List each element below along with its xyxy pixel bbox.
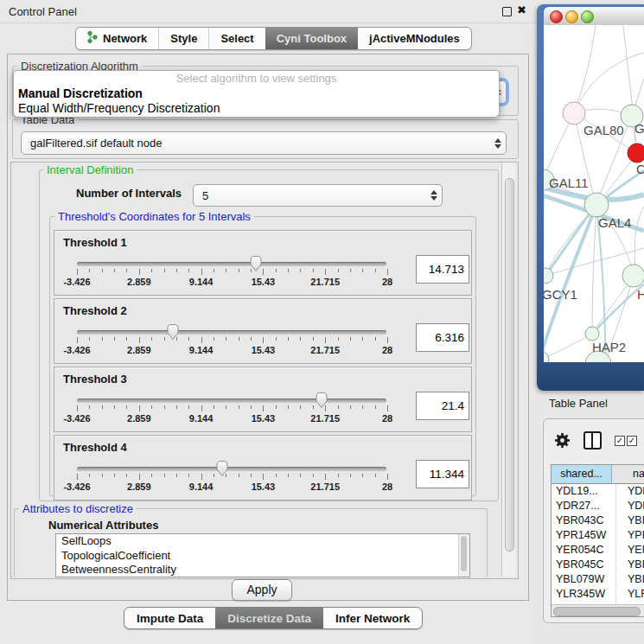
threshold-value-field[interactable]: 6.316 (416, 323, 469, 352)
control-panel: Control Panel ✖ NetworkStyleSelectCyni T… (0, 0, 536, 644)
gear-icon[interactable] (554, 432, 571, 452)
num-intervals-label: Number of Intervals (76, 187, 182, 200)
tick-mark (239, 269, 239, 272)
tick-mark (362, 337, 363, 341)
slider-track[interactable] (77, 467, 386, 471)
threshold-value-field[interactable]: 21.4 (416, 392, 469, 420)
dropdown-option-manual[interactable]: Manual Discretization (14, 86, 499, 101)
tick-mark (263, 269, 264, 275)
axis-tick-label: 9.144 (189, 277, 214, 287)
tab-network[interactable]: Network (76, 28, 158, 49)
slider-ticks (77, 269, 387, 277)
tick-mark (276, 474, 277, 477)
tick-mark (387, 337, 388, 343)
threshold-panel-2: Threshold 2-3.4262.8599.14415.4321.71528… (54, 298, 472, 364)
axis-tick-label: 28 (382, 413, 392, 424)
tab-style[interactable]: Style (158, 28, 208, 49)
node-label-gcy1: GCY1 (544, 287, 577, 302)
tab-select[interactable]: Select (208, 28, 265, 49)
float-window-icon[interactable] (502, 7, 512, 16)
close-traffic-light-icon[interactable] (550, 10, 563, 23)
network-window[interactable]: GAL80 GA C GAL11 GAL4 GCY1 HA HAP2 (537, 4, 644, 391)
numerical-attributes-list[interactable]: SelfLoopsTopologicalCoefficientBetweenne… (55, 533, 470, 577)
tab-cyni-toolbox[interactable]: Cyni Toolbox (265, 28, 358, 49)
tab-infer-network[interactable]: Infer Network (323, 608, 422, 628)
table-row[interactable]: YBL079WYBL0... (552, 572, 644, 587)
checkbox-icon[interactable]: ✓ (627, 436, 637, 446)
column-header-shared-name[interactable]: shared... (552, 465, 612, 483)
tick-mark (300, 474, 301, 477)
apply-button[interactable]: Apply (232, 579, 292, 601)
node-table: shared... na... YDL19...YDL1...YDR27...Y… (551, 464, 644, 617)
tick-mark (288, 474, 289, 477)
tick-mark (114, 474, 115, 477)
axis-tick-label: -3.426 (63, 345, 90, 355)
table-row[interactable]: YDR27...YDR2... (552, 499, 644, 513)
scrollbar-thumb[interactable] (553, 607, 641, 616)
tick-mark (338, 405, 339, 409)
interval-definition-title: Interval Definition (43, 163, 137, 176)
tick-mark (313, 405, 314, 409)
tab-label: Network (103, 32, 147, 45)
slider-track[interactable] (77, 330, 386, 335)
network-canvas[interactable]: GAL80 GA C GAL11 GAL4 GCY1 HA HAP2 (544, 25, 644, 362)
threshold-value-field[interactable]: 11.344 (416, 460, 469, 488)
num-intervals-combobox[interactable]: 5 (193, 184, 443, 207)
axis-tick-label: 28 (382, 345, 392, 355)
list-scrollbar-thumb[interactable] (461, 536, 467, 571)
table-row[interactable]: YBR043CYBR0... (552, 513, 644, 528)
table-row[interactable]: YLR345WYLR3... (552, 587, 644, 602)
list-scrollbar[interactable] (458, 534, 469, 577)
tab-label: jActiveMNodules (369, 32, 460, 45)
tick-mark (313, 269, 314, 272)
node-label-gal80: GAL80 (583, 123, 624, 137)
slider-track[interactable] (77, 262, 386, 266)
tick-mark (151, 474, 152, 477)
tick-mark (350, 474, 351, 477)
table-row[interactable]: YER054CYER0... (552, 543, 644, 558)
tab-discretize-data[interactable]: Discretize Data (215, 608, 323, 628)
slider-track[interactable] (77, 399, 386, 403)
tick-mark (263, 337, 264, 343)
checkbox-icon[interactable]: ✓ (615, 436, 625, 446)
close-icon[interactable]: ✖ (517, 3, 526, 16)
tab-jactivemnodules[interactable]: jActiveMNodules (358, 28, 471, 49)
network-window-titlebar[interactable] (544, 7, 644, 26)
attribute-list-item[interactable]: SelfLoops (56, 534, 469, 549)
table-header-row: shared... na... (552, 465, 644, 484)
cell-shared-name: YPR145W (552, 528, 616, 543)
column-header-name[interactable]: na... (612, 465, 644, 483)
threshold-value-field[interactable]: 14.713 (416, 255, 469, 284)
cell-name: YDL1... (616, 484, 644, 499)
table-row[interactable]: YDL19...YDL1... (552, 484, 644, 499)
scrollbar-thumb[interactable] (505, 178, 514, 552)
control-panel-titlebar: Control Panel ✖ (0, 0, 536, 23)
tick-mark (325, 405, 326, 411)
zoom-traffic-light-icon[interactable] (581, 10, 594, 23)
tick-mark (387, 269, 388, 275)
bottom-tabbar: Impute DataDiscretize DataInfer Network (124, 607, 423, 629)
tick-mark (362, 269, 363, 272)
tick-mark (239, 474, 239, 477)
node (585, 327, 599, 341)
dropdown-hint-item[interactable]: Select algorithm to view settings (14, 71, 499, 86)
horizontal-scrollbar[interactable] (552, 604, 644, 617)
dropdown-option-equal-width[interactable]: Equal Width/Frequency Discretization (14, 101, 499, 116)
table-data-combobox[interactable]: galFiltered.sif default node (21, 131, 507, 155)
panel-title: Control Panel (9, 5, 77, 18)
tick-mark (188, 405, 189, 409)
tick-mark (139, 269, 140, 275)
tick-mark (89, 269, 90, 272)
table-row[interactable]: YBR045CYBR0... (552, 558, 644, 572)
attribute-list-item[interactable]: BetweennessCentrality (56, 563, 469, 577)
tick-mark (288, 269, 289, 272)
tick-mark (164, 337, 165, 341)
node-label-gal4: GAL4 (598, 215, 631, 230)
attribute-list-item[interactable]: TopologicalCoefficient (56, 549, 469, 564)
minimize-traffic-light-icon[interactable] (565, 10, 578, 23)
tab-impute-data[interactable]: Impute Data (124, 608, 215, 628)
table-row[interactable]: YPR145WYPR1... (552, 528, 644, 543)
tick-mark (102, 474, 103, 477)
column-layout-icon[interactable] (583, 431, 602, 450)
vertical-scrollbar[interactable] (501, 163, 515, 577)
